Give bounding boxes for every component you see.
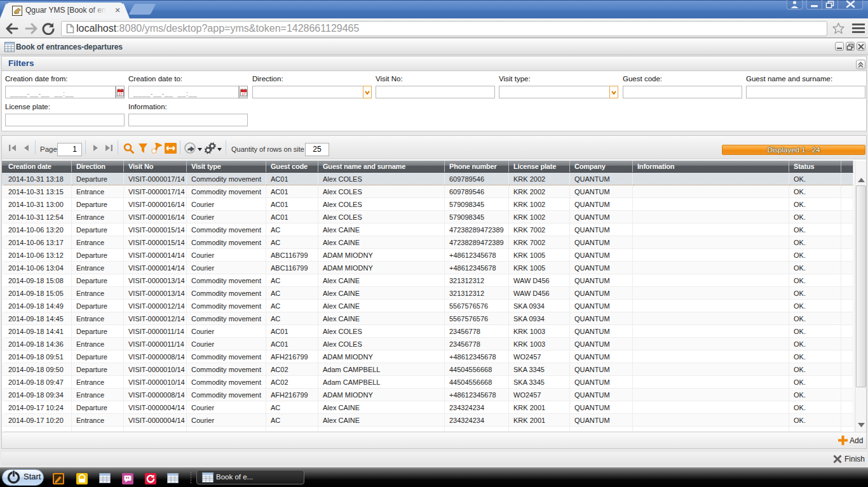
svg-text:17: 17: [241, 92, 245, 96]
svg-text:17: 17: [118, 92, 122, 96]
